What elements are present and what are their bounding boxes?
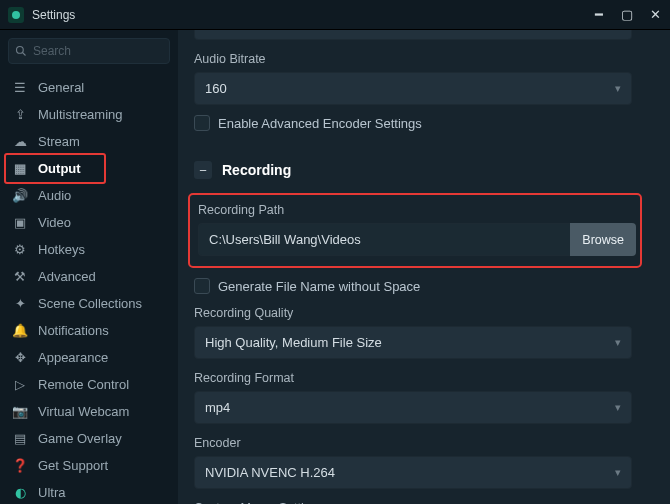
sidebar-item-hotkeys[interactable]: ⚙Hotkeys [0,236,178,263]
minimize-button[interactable]: ━ [592,7,606,22]
generate-filename-no-space-label: Generate File Name without Space [218,279,420,294]
audio-bitrate-select[interactable]: 160 ▾ [194,72,632,105]
chevron-down-icon: ▾ [615,82,621,95]
sidebar-item-appearance[interactable]: ✥Appearance [0,344,178,371]
advanced-icon: ⚒ [12,269,28,284]
audio-bitrate-label: Audio Bitrate [194,52,660,66]
notifications-icon: 🔔 [12,323,28,338]
svg-point-1 [17,47,24,54]
enable-advanced-encoder-label: Enable Advanced Encoder Settings [218,116,422,131]
svg-point-0 [12,11,20,19]
sidebar-item-game-overlay[interactable]: ▤Game Overlay [0,425,178,452]
hotkeys-icon: ⚙ [12,242,28,257]
stream-icon: ☁ [12,134,28,149]
window-title: Settings [32,8,592,22]
recording-quality-label: Recording Quality [194,306,660,320]
main-panel: Audio Bitrate 160 ▾ Enable Advanced Enco… [178,30,670,504]
sidebar-item-ultra[interactable]: ◐Ultra [0,479,178,504]
sidebar: Search ☰General ⇪Multistreaming ☁Stream … [0,30,178,504]
video-icon: ▣ [12,215,28,230]
sidebar-item-notifications[interactable]: 🔔Notifications [0,317,178,344]
encoder-select[interactable]: NVIDIA NVENC H.264 ▾ [194,456,632,489]
audio-icon: 🔊 [12,188,28,203]
sidebar-item-multistreaming[interactable]: ⇪Multistreaming [0,101,178,128]
app-icon [8,7,24,23]
multistream-icon: ⇪ [12,107,28,122]
appearance-icon: ✥ [12,350,28,365]
recording-format-select[interactable]: mp4 ▾ [194,391,632,424]
search-placeholder: Search [33,44,71,58]
virtual-webcam-icon: 📷 [12,404,28,419]
sidebar-item-scene-collections[interactable]: ✦Scene Collections [0,290,178,317]
recording-path-label: Recording Path [198,203,632,217]
sidebar-item-remote-control[interactable]: ▷Remote Control [0,371,178,398]
output-icon: ▦ [12,161,28,176]
sidebar-item-get-support[interactable]: ❓Get Support [0,452,178,479]
encoder-label: Encoder [194,436,660,450]
sidebar-item-advanced[interactable]: ⚒Advanced [0,263,178,290]
sliders-icon: ☰ [12,80,28,95]
recording-section-title: Recording [222,162,291,178]
recording-collapse-button[interactable]: − [194,161,212,179]
sidebar-item-virtual-webcam[interactable]: 📷Virtual Webcam [0,398,178,425]
game-overlay-icon: ▤ [12,431,28,446]
browse-button[interactable]: Browse [570,223,636,256]
generate-filename-no-space-checkbox[interactable] [194,278,210,294]
chevron-down-icon: ▾ [615,401,621,414]
search-input[interactable]: Search [8,38,170,64]
scene-collections-icon: ✦ [12,296,28,311]
maximize-button[interactable]: ▢ [620,7,634,22]
truncated-field-above [194,30,632,40]
recording-path-input[interactable]: C:\Users\Bill Wang\Videos [198,223,570,256]
ultra-icon: ◐ [12,485,28,500]
get-support-icon: ❓ [12,458,28,473]
sidebar-item-video[interactable]: ▣Video [0,209,178,236]
remote-control-icon: ▷ [12,377,28,392]
enable-advanced-encoder-checkbox[interactable] [194,115,210,131]
svg-line-2 [23,53,26,56]
sidebar-item-stream[interactable]: ☁Stream [0,128,178,155]
recording-quality-select[interactable]: High Quality, Medium File Size ▾ [194,326,632,359]
recording-format-label: Recording Format [194,371,660,385]
titlebar: Settings ━ ▢ ✕ [0,0,670,30]
sidebar-item-general[interactable]: ☰General [0,74,178,101]
chevron-down-icon: ▾ [615,336,621,349]
sidebar-item-audio[interactable]: 🔊Audio [0,182,178,209]
recording-path-highlight: Recording Path C:\Users\Bill Wang\Videos… [188,193,642,268]
chevron-down-icon: ▾ [615,466,621,479]
sidebar-item-output[interactable]: ▦Output [0,155,178,182]
search-icon [15,45,27,57]
close-button[interactable]: ✕ [648,7,662,22]
